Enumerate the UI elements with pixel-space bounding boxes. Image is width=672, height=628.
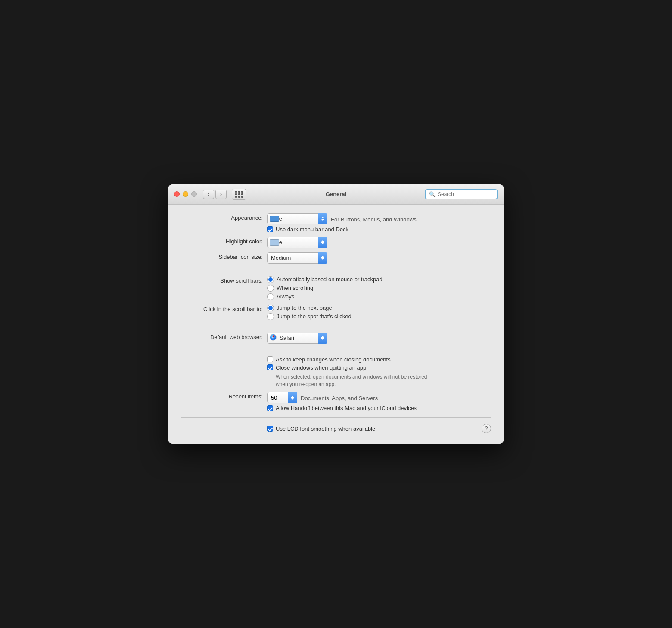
stepper-down-icon [291,398,294,400]
spot-click-radio[interactable] [267,313,274,320]
sidebar-icon-select-container: Small Medium Large [267,252,327,264]
highlight-label: Highlight color: [181,237,267,245]
scroll-scrolling-row: When scrolling [267,285,383,292]
browser-select[interactable]: Safari Chrome Firefox [267,333,327,344]
spot-click-label: Jump to the spot that's clicked [277,313,352,320]
back-button[interactable]: ‹ [203,190,214,199]
maximize-button[interactable] [191,191,197,197]
grid-icon [235,191,243,198]
content-area: Appearance: Blue Graphite For [168,205,504,444]
close-button[interactable] [174,191,180,197]
recent-items-row: Recent items: Documents, Apps, and Serve… [181,392,491,411]
lcd-checkbox-row: Use LCD font smoothing when available [267,426,482,432]
close-windows-label: Close windows when quitting an app [276,364,366,371]
scroll-scrolling-radio[interactable] [267,285,274,292]
forward-button[interactable]: › [215,190,227,199]
next-page-radio[interactable] [267,305,274,311]
ask-keep-row: Ask to keep changes when closing documen… [181,356,491,388]
next-page-label: Jump to the next page [277,305,332,311]
appearance-label: Appearance: [181,213,267,221]
dark-menu-checkbox[interactable] [267,226,273,232]
ask-keep-checkbox-row: Ask to keep changes when closing documen… [267,356,431,363]
browser-label: Default web browser: [181,333,267,340]
divider-1 [181,270,491,270]
click-scroll-label: Click in the scroll bar to: [181,305,267,312]
recent-items-description: Documents, Apps, and Servers [301,394,378,401]
grid-button[interactable] [232,189,246,200]
lcd-row: Use LCD font smoothing when available ? [181,424,491,433]
scroll-always-radio[interactable] [267,293,274,300]
dark-menu-row: Use dark menu bar and Dock [267,226,417,233]
recent-items-stepper [267,392,297,403]
titlebar: ‹ › General 🔍 [168,184,504,205]
scroll-always-row: Always [267,293,383,300]
appearance-row: Appearance: Blue Graphite For [181,213,491,233]
traffic-lights [174,191,197,197]
lcd-checkbox[interactable] [267,426,273,432]
search-input[interactable] [438,191,494,197]
window-title: General [326,191,346,197]
ask-keep-spacer [181,356,267,358]
next-page-row: Jump to the next page [267,305,352,311]
handoff-checkbox[interactable] [267,405,273,411]
scroll-auto-radio[interactable] [267,276,274,283]
sidebar-icon-select[interactable]: Small Medium Large [267,252,327,264]
highlight-controls: Blue Graphite Red [267,237,327,248]
divider-2 [181,326,491,326]
scroll-bars-label: Show scroll bars: [181,276,267,284]
handoff-label: Allow Handoff between this Mac and your … [276,405,417,411]
minimize-button[interactable] [183,191,188,197]
spot-click-row: Jump to the spot that's clicked [267,313,352,320]
click-scroll-controls: Jump to the next page Jump to the spot t… [267,305,352,320]
highlight-select-container: Blue Graphite Red [267,237,327,248]
click-scroll-row: Click in the scroll bar to: Jump to the … [181,305,491,320]
scroll-scrolling-label: When scrolling [277,285,313,291]
scroll-bars-row: Show scroll bars: Automatically based on… [181,276,491,300]
appearance-select-container: Blue Graphite [267,213,327,224]
scroll-auto-label: Automatically based on mouse or trackpad [277,276,383,283]
search-box[interactable]: 🔍 [425,189,498,199]
handoff-row: Allow Handoff between this Mac and your … [267,405,417,411]
highlight-select[interactable]: Blue Graphite Red [267,237,327,248]
highlight-row: Highlight color: Blue Graphite Red [181,237,491,248]
browser-select-container: Safari Chrome Firefox [267,333,327,344]
system-preferences-window: ‹ › General 🔍 Appearance: Blu [168,184,504,444]
recent-items-wrapper: Documents, Apps, and Servers [267,392,417,403]
stepper-arrows[interactable] [288,392,297,403]
close-windows-checkbox[interactable] [267,364,273,370]
divider-3 [181,350,491,350]
ask-keep-label: Ask to keep changes when closing documen… [276,356,391,363]
scroll-bars-controls: Automatically based on mouse or trackpad… [267,276,383,300]
close-windows-hint: When selected, open documents and window… [267,373,431,388]
scroll-always-label: Always [277,293,294,300]
scroll-auto-row: Automatically based on mouse or trackpad [267,276,383,283]
dark-menu-label: Use dark menu bar and Dock [276,226,348,233]
recent-items-controls: Documents, Apps, and Servers Allow Hando… [267,392,417,411]
lcd-label: Use LCD font smoothing when available [276,426,375,432]
sidebar-icon-row: Sidebar icon size: Small Medium Large [181,252,491,264]
stepper-up-icon [291,396,294,398]
appearance-description: For Buttons, Menus, and Windows [331,215,417,223]
ask-keep-controls: Ask to keep changes when closing documen… [267,356,431,388]
sidebar-icon-label: Sidebar icon size: [181,252,267,260]
search-icon: 🔍 [429,191,436,197]
appearance-select-wrapper: Blue Graphite For Buttons, Menus, and Wi… [267,213,417,224]
browser-row: Default web browser: Safari Chrome Firef… [181,333,491,344]
close-windows-checkbox-row: Close windows when quitting an app [267,364,431,371]
recent-items-label: Recent items: [181,392,267,400]
nav-buttons: ‹ › [203,190,227,199]
ask-keep-checkbox[interactable] [267,356,273,362]
appearance-select[interactable]: Blue Graphite [267,213,327,224]
help-button[interactable]: ? [482,424,491,433]
browser-controls: Safari Chrome Firefox [267,333,327,344]
appearance-controls: Blue Graphite For Buttons, Menus, and Wi… [267,213,417,233]
divider-4 [181,417,491,418]
sidebar-icon-controls: Small Medium Large [267,252,327,264]
